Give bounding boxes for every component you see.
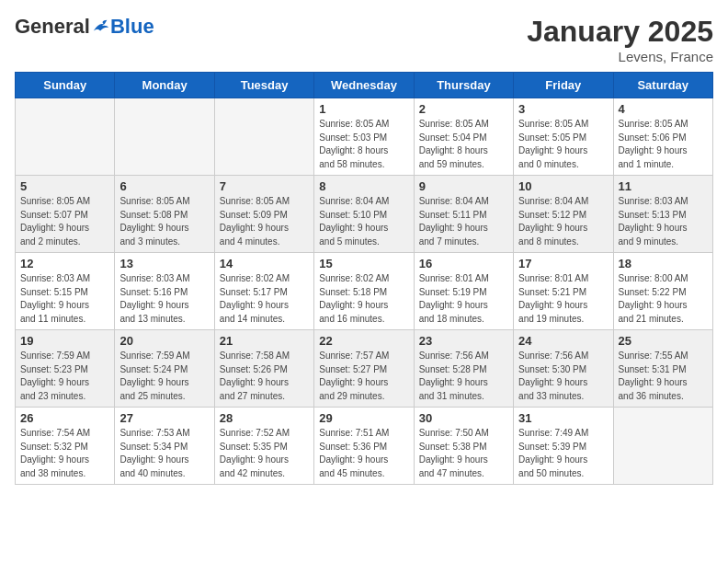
day-number: 30	[419, 411, 508, 425]
calendar-cell: 8Sunrise: 8:04 AM Sunset: 5:10 PM Daylig…	[314, 176, 414, 253]
day-info: Sunrise: 8:03 AM Sunset: 5:16 PM Dayligh…	[119, 272, 209, 326]
calendar-cell: 27Sunrise: 7:53 AM Sunset: 5:34 PM Dayli…	[115, 408, 214, 485]
day-info: Sunrise: 8:01 AM Sunset: 5:21 PM Dayligh…	[518, 272, 608, 326]
calendar-cell: 7Sunrise: 8:05 AM Sunset: 5:09 PM Daylig…	[214, 176, 313, 253]
day-number: 5	[20, 179, 109, 193]
day-number: 7	[220, 179, 309, 193]
week-row-3: 12Sunrise: 8:03 AM Sunset: 5:15 PM Dayli…	[16, 253, 713, 330]
day-info: Sunrise: 8:01 AM Sunset: 5:19 PM Dayligh…	[419, 272, 508, 326]
calendar-cell: 17Sunrise: 8:01 AM Sunset: 5:21 PM Dayli…	[514, 253, 613, 330]
calendar-cell: 23Sunrise: 7:56 AM Sunset: 5:28 PM Dayli…	[414, 330, 513, 408]
weekday-header-saturday: Saturday	[613, 73, 712, 98]
calendar-cell: 14Sunrise: 8:02 AM Sunset: 5:17 PM Dayli…	[214, 253, 313, 330]
day-info: Sunrise: 8:05 AM Sunset: 5:04 PM Dayligh…	[419, 118, 508, 171]
day-info: Sunrise: 8:03 AM Sunset: 5:13 PM Dayligh…	[619, 195, 708, 248]
day-number: 18	[619, 257, 708, 270]
calendar-cell	[16, 98, 115, 176]
day-info: Sunrise: 7:50 AM Sunset: 5:38 PM Dayligh…	[419, 427, 508, 480]
day-number: 31	[518, 411, 608, 425]
day-info: Sunrise: 7:57 AM Sunset: 5:27 PM Dayligh…	[319, 350, 408, 403]
logo: General Blue	[15, 15, 154, 39]
logo-general-text: General	[15, 15, 90, 39]
day-info: Sunrise: 8:05 AM Sunset: 5:08 PM Dayligh…	[119, 195, 209, 248]
calendar-cell: 31Sunrise: 7:49 AM Sunset: 5:39 PM Dayli…	[514, 408, 613, 485]
day-number: 2	[419, 102, 508, 116]
day-number: 21	[220, 334, 309, 348]
calendar-cell: 2Sunrise: 8:05 AM Sunset: 5:04 PM Daylig…	[414, 98, 513, 176]
day-number: 15	[319, 257, 408, 270]
day-info: Sunrise: 7:52 AM Sunset: 5:35 PM Dayligh…	[220, 427, 309, 480]
day-info: Sunrise: 8:02 AM Sunset: 5:18 PM Dayligh…	[319, 272, 408, 326]
day-number: 25	[619, 334, 708, 348]
weekday-header-sunday: Sunday	[16, 73, 115, 98]
day-number: 16	[419, 257, 508, 270]
day-number: 3	[518, 102, 608, 116]
calendar-cell: 12Sunrise: 8:03 AM Sunset: 5:15 PM Dayli…	[16, 253, 115, 330]
day-number: 22	[319, 334, 408, 348]
day-info: Sunrise: 7:56 AM Sunset: 5:30 PM Dayligh…	[518, 350, 608, 403]
title-area: January 2025 Levens, France	[527, 15, 713, 64]
day-info: Sunrise: 8:04 AM Sunset: 5:11 PM Dayligh…	[419, 195, 508, 248]
day-number: 6	[119, 179, 209, 193]
day-number: 20	[119, 334, 209, 348]
calendar-cell: 18Sunrise: 8:00 AM Sunset: 5:22 PM Dayli…	[613, 253, 712, 330]
calendar-cell: 26Sunrise: 7:54 AM Sunset: 5:32 PM Dayli…	[16, 408, 115, 485]
calendar-cell: 16Sunrise: 8:01 AM Sunset: 5:19 PM Dayli…	[414, 253, 513, 330]
weekday-header-tuesday: Tuesday	[214, 73, 313, 98]
day-number: 29	[319, 411, 408, 425]
calendar-cell: 30Sunrise: 7:50 AM Sunset: 5:38 PM Dayli…	[414, 408, 513, 485]
calendar-cell: 13Sunrise: 8:03 AM Sunset: 5:16 PM Dayli…	[115, 253, 214, 330]
day-info: Sunrise: 7:55 AM Sunset: 5:31 PM Dayligh…	[619, 350, 708, 403]
day-number: 11	[619, 179, 708, 193]
calendar-cell: 22Sunrise: 7:57 AM Sunset: 5:27 PM Dayli…	[314, 330, 414, 408]
weekday-header-wednesday: Wednesday	[314, 73, 414, 98]
calendar-subtitle: Levens, France	[527, 49, 713, 64]
calendar-cell: 24Sunrise: 7:56 AM Sunset: 5:30 PM Dayli…	[514, 330, 613, 408]
calendar-cell: 20Sunrise: 7:59 AM Sunset: 5:24 PM Dayli…	[115, 330, 214, 408]
week-row-2: 5Sunrise: 8:05 AM Sunset: 5:07 PM Daylig…	[16, 176, 713, 253]
logo-blue-text: Blue	[110, 15, 154, 39]
week-row-4: 19Sunrise: 7:59 AM Sunset: 5:23 PM Dayli…	[16, 330, 713, 408]
calendar-cell: 15Sunrise: 8:02 AM Sunset: 5:18 PM Dayli…	[314, 253, 414, 330]
calendar-cell	[214, 98, 313, 176]
calendar-cell: 10Sunrise: 8:04 AM Sunset: 5:12 PM Dayli…	[514, 176, 613, 253]
day-info: Sunrise: 8:05 AM Sunset: 5:07 PM Dayligh…	[20, 195, 109, 248]
calendar-cell: 6Sunrise: 8:05 AM Sunset: 5:08 PM Daylig…	[115, 176, 214, 253]
header: General Blue January 2025 Levens, France	[15, 15, 713, 64]
calendar-cell: 28Sunrise: 7:52 AM Sunset: 5:35 PM Dayli…	[214, 408, 313, 485]
calendar-cell: 21Sunrise: 7:58 AM Sunset: 5:26 PM Dayli…	[214, 330, 313, 408]
weekday-header-thursday: Thursday	[414, 73, 513, 98]
day-info: Sunrise: 7:56 AM Sunset: 5:28 PM Dayligh…	[419, 350, 508, 403]
day-number: 12	[20, 257, 109, 270]
day-number: 10	[518, 179, 608, 193]
calendar-cell: 4Sunrise: 8:05 AM Sunset: 5:06 PM Daylig…	[613, 98, 712, 176]
day-number: 8	[319, 179, 408, 193]
day-info: Sunrise: 8:03 AM Sunset: 5:15 PM Dayligh…	[20, 272, 109, 326]
calendar-title: January 2025	[527, 15, 713, 49]
day-number: 24	[518, 334, 608, 348]
day-info: Sunrise: 7:59 AM Sunset: 5:23 PM Dayligh…	[20, 350, 109, 403]
week-row-5: 26Sunrise: 7:54 AM Sunset: 5:32 PM Dayli…	[16, 408, 713, 485]
calendar-cell: 9Sunrise: 8:04 AM Sunset: 5:11 PM Daylig…	[414, 176, 513, 253]
day-number: 17	[518, 257, 608, 270]
calendar-cell: 25Sunrise: 7:55 AM Sunset: 5:31 PM Dayli…	[613, 330, 712, 408]
day-info: Sunrise: 8:05 AM Sunset: 5:05 PM Dayligh…	[518, 118, 608, 171]
day-number: 23	[419, 334, 508, 348]
calendar-cell	[115, 98, 214, 176]
day-info: Sunrise: 8:02 AM Sunset: 5:17 PM Dayligh…	[220, 272, 309, 326]
calendar-cell: 29Sunrise: 7:51 AM Sunset: 5:36 PM Dayli…	[314, 408, 414, 485]
day-info: Sunrise: 8:05 AM Sunset: 5:06 PM Dayligh…	[619, 118, 708, 171]
day-info: Sunrise: 8:05 AM Sunset: 5:03 PM Dayligh…	[319, 118, 408, 171]
day-number: 4	[619, 102, 708, 116]
weekday-header-friday: Friday	[514, 73, 613, 98]
day-info: Sunrise: 7:49 AM Sunset: 5:39 PM Dayligh…	[518, 427, 608, 480]
calendar-cell: 3Sunrise: 8:05 AM Sunset: 5:05 PM Daylig…	[514, 98, 613, 176]
weekday-header-monday: Monday	[115, 73, 214, 98]
day-number: 1	[319, 102, 408, 116]
calendar-table: SundayMondayTuesdayWednesdayThursdayFrid…	[15, 72, 713, 485]
day-info: Sunrise: 7:51 AM Sunset: 5:36 PM Dayligh…	[319, 427, 408, 480]
calendar-cell: 1Sunrise: 8:05 AM Sunset: 5:03 PM Daylig…	[314, 98, 414, 176]
calendar-cell: 19Sunrise: 7:59 AM Sunset: 5:23 PM Dayli…	[16, 330, 115, 408]
day-number: 9	[419, 179, 508, 193]
day-number: 28	[220, 411, 309, 425]
